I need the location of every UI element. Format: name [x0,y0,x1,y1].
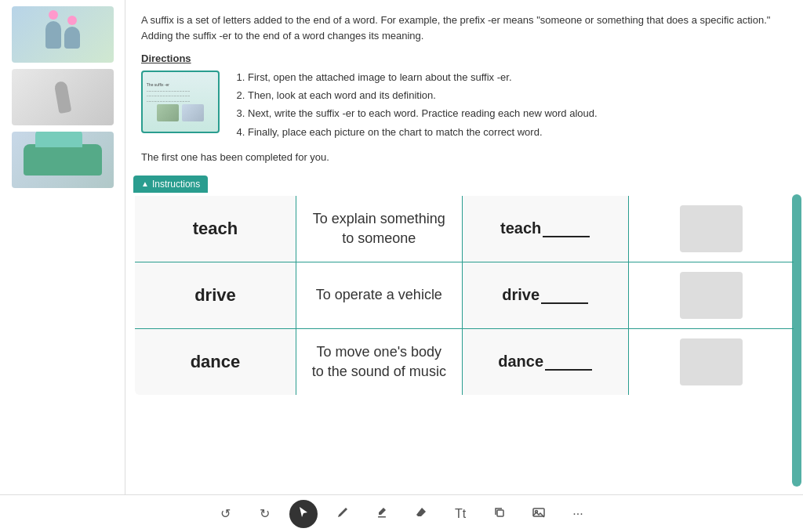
direction-step-3: Next, write the suffix -er to each word.… [248,107,787,121]
sidebar-thumb-3[interactable] [12,132,114,188]
direction-step-2: Then, look at each word and its definiti… [248,89,787,103]
image-cell-teach [628,195,794,262]
image-cell-dance [628,328,794,396]
eraser-icon [415,506,427,522]
blank-word-dance: dance [498,353,543,370]
sidebar-thumb-1[interactable] [12,6,114,63]
first-completed-text: The first one has been completed for you… [141,151,787,163]
instructions-button[interactable]: ▲ Instructions [133,176,208,193]
highlight-button[interactable] [368,500,396,528]
duplicate-button[interactable] [485,500,514,528]
directions-label: Directions [141,52,787,64]
main-area: A suffix is a set of letters added to th… [0,0,803,494]
directions-content: The suffix -er .........................… [141,71,787,143]
dir-img-text: The suffix -er .........................… [147,82,214,103]
pen-button[interactable] [329,500,357,528]
table-wrapper: ▲ Instructions teach To explain somethin… [133,176,795,487]
image-placeholder-dance [680,338,743,385]
word-cell-drive: drive [134,262,296,328]
eraser-button[interactable] [407,500,435,528]
svg-rect-0 [378,516,386,518]
chevron-up-icon: ▲ [141,179,149,188]
intro-text: A suffix is a set of letters added to th… [141,13,787,43]
blank-cell-dance[interactable]: dance [462,328,628,396]
blank-line-dance [545,369,592,371]
blank-cell-drive[interactable]: drive [462,262,628,328]
pen-icon [336,506,349,522]
blank-word-drive: drive [502,286,540,303]
table-row: drive To operate a vehicle drive [134,262,794,328]
image-cell-drive [628,262,794,328]
text-icon: Tt [455,507,466,521]
image-button[interactable] [525,500,553,528]
sidebar [0,0,125,494]
cursor-icon [297,506,310,522]
scroll-indicator[interactable] [792,194,801,487]
text-button[interactable]: Tt [446,500,474,528]
table-row: teach To explain something to someone te… [134,195,794,262]
direction-step-1: First, open the attached image to learn … [248,71,787,85]
sidebar-thumb-2[interactable] [12,69,114,125]
blank-line-teach [543,236,590,237]
more-icon: ··· [572,507,583,521]
word-cell-teach: teach [134,195,296,262]
blank-line-drive [541,302,588,304]
dir-img-pic-2 [182,104,204,121]
more-button[interactable]: ··· [564,500,592,528]
undo-button[interactable]: ↺ [211,500,239,528]
definition-cell-teach: To explain something to someone [296,195,462,262]
image-icon [532,506,545,522]
direction-step-4: Finally, place each picture on the chart… [248,125,787,139]
highlight-icon [376,506,388,522]
cursor-button[interactable] [289,500,318,528]
redo-icon: ↻ [260,506,270,521]
undo-icon: ↺ [220,506,231,521]
dir-img-pic-1 [157,104,179,121]
directions-list: First, open the attached image to learn … [232,71,787,143]
dir-img-pictures [157,104,204,121]
image-placeholder-drive [680,272,743,319]
instructions-button-label: Instructions [152,179,200,190]
image-placeholder-teach [680,205,743,252]
directions-image: The suffix -er .........................… [141,71,220,133]
table-row: dance To move one's body to the sound of… [134,328,794,396]
definition-cell-dance: To move one's body to the sound of music [296,328,462,396]
duplicate-icon [493,506,506,522]
svg-rect-1 [497,510,503,516]
redo-button[interactable]: ↻ [250,500,278,528]
blank-word-teach: teach [500,219,541,237]
content-area: A suffix is a set of letters added to th… [125,0,803,494]
text-section: A suffix is a set of letters added to th… [125,0,803,176]
toolbar: ↺ ↻ Tt [0,494,803,532]
blank-cell-teach[interactable]: teach [462,195,628,262]
definition-cell-drive: To operate a vehicle [296,262,462,328]
word-cell-dance: dance [134,328,296,396]
activity-table: teach To explain something to someone te… [133,194,795,396]
